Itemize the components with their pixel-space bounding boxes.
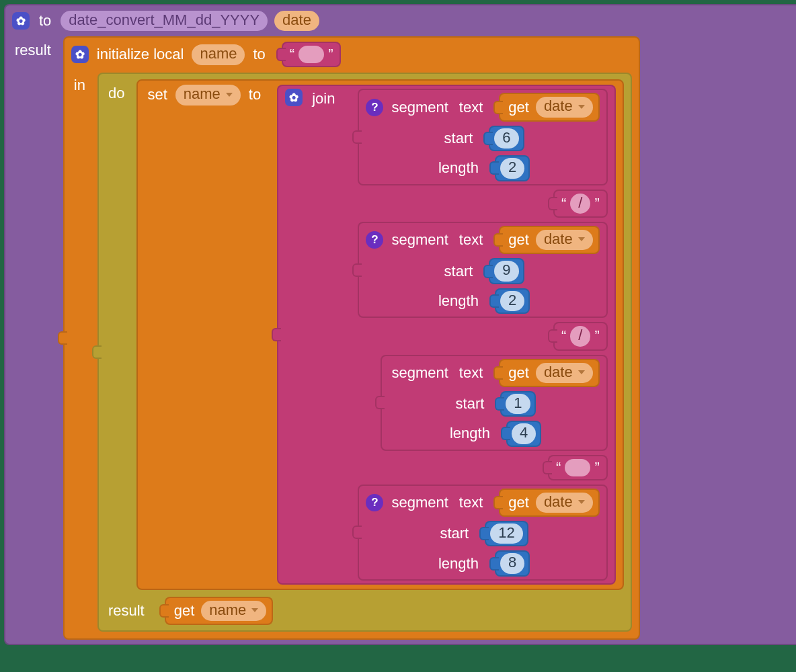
join-slot: ?segmenttextgetdatestart6length2 xyxy=(350,89,607,185)
segment-keyword: segment xyxy=(389,97,450,118)
text-arg-label: text xyxy=(456,97,485,118)
number-block[interactable]: 2 xyxy=(495,288,530,314)
get-variable-block[interactable]: getdate xyxy=(499,489,599,517)
text-literal-block[interactable]: “ ” xyxy=(282,42,342,67)
text-arg-label: text xyxy=(456,493,485,513)
do-result-block[interactable]: do set name to ✿ join xyxy=(97,73,632,632)
result-label: result xyxy=(106,601,147,621)
quote-close: ” xyxy=(593,327,600,345)
quote-close: ” xyxy=(593,195,600,212)
get-variable-block[interactable]: getdate xyxy=(499,359,599,387)
length-arg-label: length xyxy=(436,158,481,178)
number-field[interactable]: 9 xyxy=(494,261,518,281)
number-field[interactable]: 8 xyxy=(500,553,524,573)
join-items: ?segmenttextgetdatestart6length2“/”?segm… xyxy=(350,89,607,580)
local-var-name-field[interactable]: name xyxy=(192,44,245,65)
get-keyword: get xyxy=(506,97,532,118)
text-literal-field[interactable]: / xyxy=(570,326,590,346)
join-slot: “/” xyxy=(350,190,607,218)
procedure-name-field[interactable]: date_convert_MM_dd_YYYY xyxy=(61,11,268,31)
gear-icon[interactable]: ✿ xyxy=(285,89,303,106)
text-literal-block[interactable]: “” xyxy=(548,455,608,480)
do-label: do xyxy=(106,79,127,103)
get-variable-block[interactable]: get name xyxy=(165,597,274,625)
to-keyword: to xyxy=(246,85,264,105)
gear-icon[interactable]: ✿ xyxy=(71,46,89,63)
join-block[interactable]: ✿ join ?segmenttextgetdatestart6length2“… xyxy=(277,85,616,584)
get-keyword: get xyxy=(506,493,532,513)
number-field[interactable]: 6 xyxy=(494,128,518,149)
get-keyword: get xyxy=(506,230,532,250)
number-field[interactable]: 12 xyxy=(490,523,522,544)
initialize-local-keyword: initialize local xyxy=(94,44,187,65)
number-field[interactable]: 1 xyxy=(506,394,530,414)
set-keyword: set xyxy=(145,85,169,105)
get-variable-dropdown[interactable]: date xyxy=(536,363,593,383)
get-variable-dropdown[interactable]: date xyxy=(536,230,593,250)
help-icon[interactable]: ? xyxy=(366,231,383,249)
get-variable-block[interactable]: getdate xyxy=(499,93,599,121)
quote-close: ” xyxy=(327,46,334,63)
get-keyword: get xyxy=(171,601,198,621)
number-block[interactable]: 1 xyxy=(500,391,535,417)
text-literal-field[interactable]: / xyxy=(570,194,590,214)
help-icon[interactable]: ? xyxy=(366,99,383,116)
help-icon[interactable]: ? xyxy=(366,494,383,511)
quote-open: “ xyxy=(288,46,296,63)
number-field[interactable]: 2 xyxy=(500,291,524,311)
segment-text-block[interactable]: ?segmenttextgetdatestart9length2 xyxy=(358,222,607,318)
text-literal-field[interactable] xyxy=(298,46,324,63)
number-field[interactable]: 2 xyxy=(500,158,524,178)
text-literal-block[interactable]: “/” xyxy=(553,190,608,218)
join-slot: segmenttextgetdatestart1length4 xyxy=(350,355,607,451)
segment-keyword: segment xyxy=(389,230,450,250)
in-label: in xyxy=(71,73,88,95)
result-label: result xyxy=(12,36,54,60)
get-variable-dropdown[interactable]: name xyxy=(201,601,266,621)
number-block[interactable]: 4 xyxy=(506,421,541,446)
gear-icon[interactable]: ✿ xyxy=(12,12,30,30)
procedure-param-field[interactable]: date xyxy=(274,11,319,31)
to-keyword: to xyxy=(36,11,54,31)
start-arg-label: start xyxy=(453,394,487,414)
segment-keyword: segment xyxy=(389,493,450,513)
get-variable-block[interactable]: getdate xyxy=(499,226,599,254)
start-arg-label: start xyxy=(437,523,471,544)
get-variable-dropdown[interactable]: date xyxy=(536,97,593,117)
quote-open: “ xyxy=(555,459,562,476)
join-slot: “/” xyxy=(350,322,607,350)
set-variable-dropdown[interactable]: name xyxy=(175,85,241,105)
procedure-block[interactable]: ✿ to date_convert_MM_dd_YYYY date result… xyxy=(4,4,796,645)
length-arg-label: length xyxy=(436,554,481,574)
number-block[interactable]: 6 xyxy=(489,126,524,151)
join-slot: “” xyxy=(350,455,607,480)
to-keyword: to xyxy=(250,44,268,65)
number-block[interactable]: 8 xyxy=(495,550,530,576)
segment-keyword: segment xyxy=(389,363,450,383)
text-literal-block[interactable]: “/” xyxy=(553,322,608,350)
number-block[interactable]: 9 xyxy=(489,258,524,284)
number-field[interactable]: 4 xyxy=(512,423,536,444)
join-keyword: join xyxy=(309,89,337,109)
quote-open: “ xyxy=(560,195,567,212)
length-arg-label: length xyxy=(436,291,481,311)
set-variable-block[interactable]: set name to ✿ join xyxy=(136,79,623,589)
initialize-local-block[interactable]: ✿ initialize local name to “ ” in xyxy=(63,36,640,640)
start-arg-label: start xyxy=(442,128,476,149)
length-arg-label: length xyxy=(447,423,493,444)
start-arg-label: start xyxy=(442,261,476,282)
text-literal-field[interactable] xyxy=(565,459,590,476)
get-keyword: get xyxy=(506,363,532,383)
segment-text-block[interactable]: ?segmenttextgetdatestart12length8 xyxy=(358,485,607,581)
join-slot: ?segmenttextgetdatestart9length2 xyxy=(350,222,607,318)
segment-text-block[interactable]: segmenttextgetdatestart1length4 xyxy=(381,355,607,451)
get-variable-dropdown[interactable]: date xyxy=(536,493,593,513)
segment-text-block[interactable]: ?segmenttextgetdatestart6length2 xyxy=(358,89,607,185)
quote-close: ” xyxy=(593,459,600,476)
number-block[interactable]: 12 xyxy=(485,521,528,546)
text-arg-label: text xyxy=(456,230,485,250)
number-block[interactable]: 2 xyxy=(495,155,530,181)
text-arg-label: text xyxy=(456,363,485,383)
quote-open: “ xyxy=(560,327,567,345)
join-slot: ?segmenttextgetdatestart12length8 xyxy=(350,485,607,581)
